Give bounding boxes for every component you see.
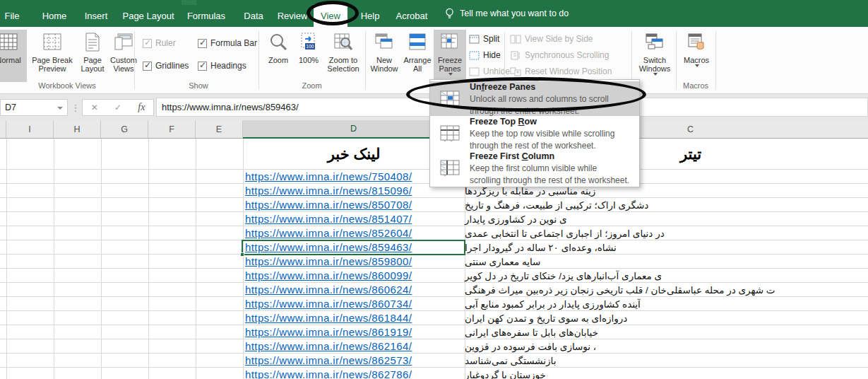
- freeze-first-column-desc-line1: Keep the first column visible while: [470, 163, 597, 173]
- url-cell[interactable]: https://www.imna.ir/news/860734/: [243, 297, 465, 310]
- title-cell[interactable]: خیابان‌های بابل تا سفره‌های ایرانی: [465, 325, 868, 339]
- url-cell[interactable]: https://www.imna.ir/news/850708/: [243, 198, 465, 211]
- title-cell[interactable]: دشگری اراک؛ ترکیبی از طبیعت، فرهنگ و تار…: [465, 198, 868, 211]
- reset-window-position-icon: [510, 67, 521, 76]
- reset-window-position-button[interactable]: Reset Window Position: [510, 65, 612, 78]
- cancel-icon[interactable]: ✕: [91, 103, 98, 112]
- tab-help[interactable]: Help: [359, 4, 381, 27]
- ruler-label: Ruler: [155, 38, 176, 48]
- fill-handle[interactable]: [240, 252, 244, 257]
- mini-separator: [504, 33, 505, 76]
- menu-item-freeze-top-row[interactable]: Freeze Top Row Keep the top row visible …: [430, 116, 639, 151]
- zoom-to-selection-button[interactable]: Zoom to Selection: [323, 30, 363, 82]
- freeze-panes-button[interactable]: Freeze Panes: [434, 30, 466, 82]
- url-cell[interactable]: https://www.imna.ir/news/861919/: [243, 325, 465, 339]
- title-cell[interactable]: ی معماری آب‌انبارهای یزد/ خنکای تاریخ در…: [465, 269, 868, 282]
- url-cell[interactable]: https://www.imna.ir/news/861844/: [243, 311, 465, 325]
- name-box[interactable]: D7: [0, 99, 68, 116]
- title-cell[interactable]: ی نوین در کشاورزی پایدار: [465, 212, 868, 226]
- url-cell[interactable]: https://www.imna.ir/news/851407/: [243, 212, 465, 226]
- headings-checkbox-box: ✓: [198, 62, 207, 71]
- svg-text:100: 100: [307, 44, 314, 49]
- tab-page-layout[interactable]: Page Layout: [121, 4, 176, 27]
- url-cell[interactable]: https://www.imna.ir/news/852604/: [243, 226, 465, 240]
- page-layout-button[interactable]: Page Layout: [76, 30, 109, 82]
- table-row: https://www.imna.ir/news/860734/آینده کش…: [0, 297, 868, 311]
- column-header-e[interactable]: E: [196, 120, 243, 138]
- split-label: Split: [483, 34, 499, 44]
- switch-windows-caret-icon: [653, 73, 658, 76]
- url-cell[interactable]: https://www.imna.ir/news/862164/: [243, 339, 465, 353]
- gridlines-checkbox-box: ✓: [143, 62, 152, 71]
- tell-me-box[interactable]: Tell me what you want to do: [445, 0, 569, 27]
- hide-icon: [469, 51, 480, 60]
- tell-me-label: Tell me what you want to do: [460, 8, 569, 18]
- tab-insert[interactable]: Insert: [82, 4, 110, 27]
- zoom-100-icon: 100: [299, 33, 318, 54]
- page-layout-label: Page Layout: [76, 56, 109, 73]
- formula-bar-divider-icon: ⋮: [72, 99, 79, 116]
- tab-data[interactable]: Data: [242, 4, 265, 27]
- macros-icon: [687, 33, 706, 54]
- reset-window-position-label: Reset Window Position: [525, 66, 612, 76]
- switch-windows-button[interactable]: Switch Windows: [634, 30, 675, 82]
- new-window-icon: [374, 33, 394, 54]
- title-cell[interactable]: سایه معماری سنتی: [465, 255, 868, 268]
- table-row: https://www.imna.ir/news/850708/دشگری ار…: [0, 198, 868, 212]
- page-break-preview-button[interactable]: Page Break Preview: [28, 30, 76, 82]
- new-window-button[interactable]: New Window: [369, 30, 400, 82]
- tab-review[interactable]: Review: [276, 4, 309, 27]
- enter-icon[interactable]: ✓: [114, 103, 121, 112]
- macros-button[interactable]: Macros: [680, 30, 713, 82]
- insert-function-icon[interactable]: fx: [138, 102, 145, 113]
- freeze-first-column-icon: [430, 159, 470, 177]
- title-cell[interactable]: خوزستان با گردوغبار: [465, 368, 868, 379]
- url-cell[interactable]: https://www.imna.ir/news/860624/: [243, 283, 465, 296]
- hide-label: Hide: [483, 50, 501, 60]
- title-cell[interactable]: نشاه، وعده‌ای ۲۰ ساله در گیرودار اجرا: [465, 240, 868, 254]
- group-separator: [676, 31, 677, 89]
- column-header-g[interactable]: G: [101, 120, 148, 138]
- synchronous-scrolling-button[interactable]: Synchronous Scrolling: [510, 49, 609, 62]
- custom-views-button[interactable]: Custom Views: [107, 30, 140, 82]
- tab-formulas[interactable]: Formulas: [185, 4, 227, 27]
- gridlines-label: Gridlines: [155, 61, 189, 71]
- column-header-i[interactable]: I: [6, 120, 54, 138]
- title-cell[interactable]: ، نوسازی بافت فرسوده در قزوین: [465, 339, 868, 353]
- zoom-button[interactable]: Zoom: [263, 30, 294, 82]
- macros-group-label: Macros: [676, 81, 715, 91]
- menu-item-freeze-first-column[interactable]: Freeze First Column Keep the first colum…: [430, 151, 639, 185]
- tab-home[interactable]: Home: [41, 4, 68, 27]
- name-box-dropdown-icon[interactable]: [57, 107, 63, 110]
- title-cell[interactable]: در دنیای امروز؛ از اجباری اجتماعی تا انت…: [465, 226, 868, 240]
- table-row: https://www.imna.ir/news/851407/ی نوین د…: [0, 212, 868, 226]
- url-cell[interactable]: https://www.imna.ir/news/860099/: [243, 269, 465, 282]
- freeze-top-row-desc-line2: through the rest of the worksheet.: [470, 141, 596, 151]
- title-cell[interactable]: بازنشستگی نمی‌شناسد: [465, 354, 868, 367]
- title-cell[interactable]: ت شهری در محله عباسقلی‌خان / قلب تاریخی …: [465, 283, 868, 296]
- hide-button[interactable]: Hide: [469, 49, 501, 62]
- tab-file[interactable]: File: [3, 4, 21, 27]
- url-cell[interactable]: https://www.imna.ir/news/862573/: [243, 354, 465, 367]
- split-button[interactable]: Split: [469, 33, 499, 45]
- formula-bar-checkbox[interactable]: ✓ Formula Bar: [198, 38, 257, 48]
- group-separator: [134, 31, 135, 89]
- ruler-checkbox[interactable]: ✓ Ruler: [143, 38, 176, 48]
- custom-views-label: Custom Views: [107, 56, 140, 73]
- headings-checkbox[interactable]: ✓ Headings: [198, 61, 246, 71]
- normal-view-label: Normal: [0, 56, 21, 64]
- gridlines-checkbox[interactable]: ✓ Gridlines: [143, 61, 189, 71]
- url-cell[interactable]: https://www.imna.ir/news/862786/: [243, 368, 465, 379]
- arrange-all-button[interactable]: Arrange All: [401, 30, 434, 82]
- ribbon-tab-bar: FileHomeInsertPage LayoutFormulasDataRev…: [0, 0, 868, 27]
- zoom-100-button[interactable]: 100 100%: [294, 30, 323, 82]
- column-header-f[interactable]: F: [148, 120, 196, 138]
- view-side-by-side-button[interactable]: View Side by Side: [510, 33, 593, 45]
- title-cell[interactable]: دروازه‌ای به سوی تاریخ و تمدن کهن ایران: [465, 311, 868, 325]
- url-cell[interactable]: https://www.imna.ir/news/859800/: [243, 255, 465, 268]
- column-header-h[interactable]: H: [54, 120, 101, 138]
- tab-acrobat[interactable]: Acrobat: [395, 4, 429, 27]
- column-header-sliver[interactable]: [0, 120, 6, 138]
- title-cell[interactable]: آینده کشاورزی پایدار در برابر کمبود مناب…: [465, 297, 868, 310]
- normal-view-button[interactable]: Normal: [0, 30, 27, 82]
